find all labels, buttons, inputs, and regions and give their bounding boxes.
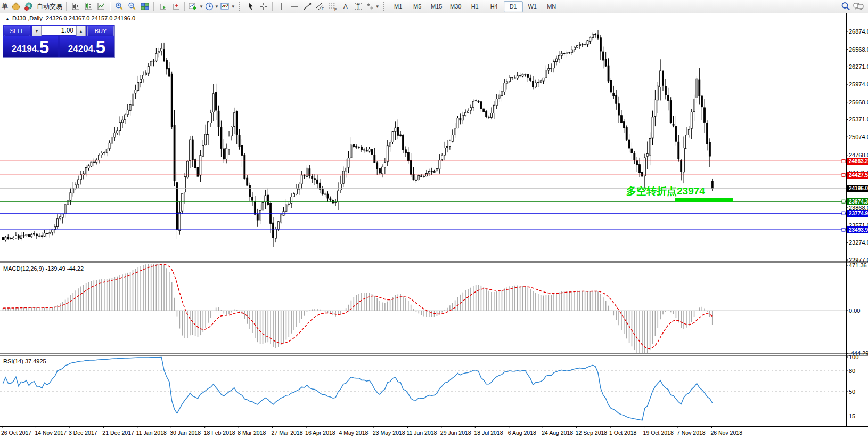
zoom-out-icon[interactable] [126,1,138,12]
chat-icon[interactable] [853,1,864,12]
date-tick-label: 1 Oct 2018 [609,429,636,436]
chart-canvas[interactable] [0,13,868,438]
order-button[interactable]: 单 [0,2,10,11]
date-tick-label: 19 Oct 2018 [643,429,674,436]
horizontal-line-icon[interactable] [289,1,300,12]
chevron-down-icon: ▼ [215,4,219,9]
timeframe-button-m15[interactable]: M15 [427,1,446,12]
svg-text:E: E [322,7,324,11]
timeframe-button-h4[interactable]: H4 [485,1,504,12]
timeframe-button-m30[interactable]: M30 [446,1,465,12]
toolbar-separator [184,2,185,11]
timeframe-button-mn[interactable]: MN [542,1,561,12]
line-chart-icon[interactable] [95,1,107,12]
cursor-icon[interactable] [245,1,257,12]
toolbar-separator [110,2,111,11]
crosshair-icon[interactable] [258,1,269,12]
line-handle[interactable] [842,173,845,176]
timeframe-button-m5[interactable]: M5 [408,1,427,12]
price-tick-label: 26271.0 [849,63,868,70]
buy-button[interactable]: BUY [87,26,114,36]
rsi-tick-label: 50 [849,388,855,395]
timeframe-button-h1[interactable]: H1 [465,1,485,12]
date-tick-label: 23 May 2018 [373,429,405,436]
date-tick-label: 30 Jan 2018 [170,429,201,436]
autotrade-button[interactable]: 自动交易 [35,2,64,11]
current-price-badge: 24196.0 [847,185,868,192]
chevron-down-icon: ▼ [231,4,235,9]
buy-price-frac: 5 [96,38,105,56]
autotrade-icon[interactable] [23,1,35,12]
mt4-window: { "toolbar": { "order_label": "单", "auto… [0,0,868,438]
date-tick-label: 4 May 2018 [339,429,369,436]
date-tick-label: 14 Nov 2017 [35,429,67,436]
macd-tick-label: 0.00 [849,307,860,314]
sell-price[interactable]: 24194.5 [3,36,58,57]
trendline-icon[interactable] [301,1,313,12]
date-tick-label: 18 Feb 2018 [204,429,235,436]
main-toolbar: 单 自动交易 ▼ ▼ ▼ E F A T ▼ M1M5M15M30H1H4D1W… [0,0,868,13]
candlestick-chart-icon[interactable] [83,1,94,12]
buy-price[interactable]: 24204.5 [60,36,114,57]
arrows-icon[interactable]: ▼ [365,1,380,12]
volume-down-button[interactable]: ▼ [32,26,42,36]
toolbar-separator [153,2,154,11]
macd-indicator-label: MACD(12,26,9) -139.49 -44.22 [3,265,84,272]
timeframe-button-d1[interactable]: D1 [504,1,523,12]
candlestick-series [2,30,713,247]
price-tick-label: 26874.0 [849,28,868,35]
ohlc-values: 24326.0 24367.0 24157.0 24196.0 [46,15,135,21]
chart-area[interactable]: ▲DJ30-,Daily 24326.0 24367.0 24157.0 241… [0,13,868,438]
timeframe-group: M1M5M15M30H1H4D1W1MN [389,1,561,12]
search-icon[interactable] [840,1,851,12]
toolbar-grip[interactable] [239,2,242,11]
collapse-panel-icon[interactable]: ▲ [5,17,10,21]
price-level-badge: 23974.3 [847,198,868,205]
volume-input[interactable]: 1.00 [42,26,76,35]
timeframe-button-m1[interactable]: M1 [389,1,408,12]
date-tick-label: 7 Nov 2018 [677,429,706,436]
macd-panel [0,263,846,358]
date-tick-label: 27 Mar 2018 [272,429,303,436]
date-tick-label: 21 Dec 2017 [102,429,134,436]
line-handle[interactable] [842,200,845,203]
chart-shift-icon[interactable] [170,1,182,12]
gold-icon[interactable] [10,1,22,12]
new-chart-icon[interactable]: ▼ [188,1,203,12]
bar-chart-icon[interactable] [70,1,81,12]
green-highlight-bar[interactable] [675,198,733,202]
equidistant-channel-icon[interactable]: E [314,1,326,12]
toolbar-separator [66,2,67,11]
timeframe-button-w1[interactable]: W1 [523,1,542,12]
svg-text:F: F [334,7,337,11]
date-tick-label: 24 Aug 2018 [542,429,573,436]
annotation-text[interactable]: 多空转折点23974 [626,184,705,198]
line-handle[interactable] [842,228,845,231]
toolbar-grip[interactable] [383,2,386,11]
zoom-in-icon[interactable] [113,1,125,12]
text-label-icon[interactable]: T [353,1,364,12]
chevron-down-icon: ▼ [375,4,380,9]
tile-windows-icon[interactable] [139,1,151,12]
periods-icon[interactable]: ▼ [204,1,219,12]
line-handle[interactable] [842,159,845,163]
sell-button[interactable]: SELL [4,26,30,36]
fibonacci-icon[interactable]: F [327,1,339,12]
text-icon[interactable]: A [340,1,351,12]
price-tick-label: 25974.0 [849,81,868,87]
auto-scroll-icon[interactable] [157,1,169,12]
date-tick-label: 11 Jan 2018 [136,429,167,436]
indicators-icon[interactable]: ▼ [220,1,235,12]
date-tick-label: 6 Aug 2018 [508,429,536,436]
vertical-line-icon[interactable] [276,1,288,12]
rsi-tick-label: 15 [849,413,855,419]
price-tick-label: 25371.0 [849,116,868,123]
price-tick-label: 26568.0 [849,46,868,53]
line-handle[interactable] [842,212,845,215]
toolbar-right [839,0,865,13]
svg-text:A: A [343,3,348,11]
price-level-badge: 24663.2 [847,158,868,165]
rsi-indicator-label: RSI(14) 37.4925 [3,358,46,364]
rsi-tick-label: 100 [849,354,858,360]
volume-up-button[interactable]: ▲ [76,26,86,36]
